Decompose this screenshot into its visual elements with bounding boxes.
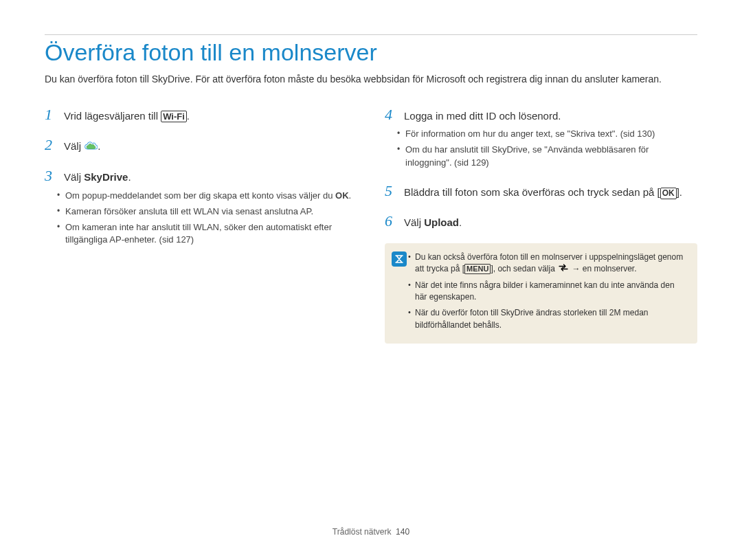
n1b: ], och sedan välja	[491, 264, 557, 273]
s3b1b: OK	[335, 190, 349, 201]
step-6-post: .	[459, 216, 462, 228]
step-5-text: Bläddra till foton som ska överföras och…	[404, 185, 682, 201]
note-icon	[392, 251, 407, 267]
step-1-text: Vrid lägesväljaren till Wi-Fi.	[64, 109, 190, 124]
step-number-1: 1	[45, 106, 57, 124]
step-3-bullet-2: Kameran försöker ansluta till ett WLAN v…	[65, 205, 357, 219]
step-number-3: 3	[45, 167, 57, 185]
note-list: Du kan också överföra foton till en moln…	[415, 251, 688, 331]
step-2-pre: Välj	[64, 140, 84, 152]
step-1-pre: Vrid lägesväljaren till	[64, 110, 161, 122]
step-1: 1 Vrid lägesväljaren till Wi-Fi.	[45, 106, 357, 124]
left-column: 1 Vrid lägesväljaren till Wi-Fi. 2 Välj	[45, 106, 357, 344]
transfer-icon	[559, 263, 568, 275]
right-column: 4 Logga in med ditt ID och lösenord. För…	[385, 106, 697, 344]
step-3-text: Välj SkyDrive.	[64, 170, 131, 186]
note-box: Du kan också överföra foton till en moln…	[385, 243, 697, 344]
step-number-4: 4	[385, 106, 397, 124]
step-6: 6 Välj Upload.	[385, 212, 697, 231]
intro-paragraph: Du kan överföra foton till SkyDrive. För…	[45, 73, 697, 87]
step-5: 5 Bläddra till foton som ska överföras o…	[385, 182, 697, 201]
step-5-post: ].	[677, 186, 682, 198]
s3b1c: .	[349, 190, 352, 201]
step-4-text: Logga in med ditt ID och lösenord.	[404, 109, 561, 124]
step-number-5: 5	[385, 182, 397, 200]
step-3-bullet-3: Om kameran inte har anslutit till WLAN, …	[65, 221, 357, 247]
step-3-pre: Välj	[64, 171, 84, 183]
step-2: 2 Välj .	[45, 136, 357, 155]
step-4: 4 Logga in med ditt ID och lösenord. För…	[385, 106, 697, 170]
page-title: Överföra foton till en molnserver	[45, 34, 697, 66]
step-4-bullet-1: För information om hur du anger text, se…	[405, 128, 697, 141]
menu-icon: MENU	[464, 264, 491, 274]
page-footer: Trådlöst nätverk 140	[0, 527, 742, 537]
step-4-bullet-2: Om du har anslutit till SkyDrive, se "An…	[405, 144, 697, 170]
footer-page: 140	[396, 527, 409, 537]
ok-icon: OK	[660, 188, 677, 199]
cloud-icon	[84, 139, 98, 155]
note-item-3: När du överför foton till SkyDrive ändra…	[415, 307, 688, 331]
step-3-bullet-1: Om popup-meddelandet som ber dig skapa e…	[65, 190, 357, 203]
step-6-bold: Upload	[424, 216, 459, 228]
step-3-bullets: Om popup-meddelandet som ber dig skapa e…	[45, 190, 357, 247]
step-number-2: 2	[45, 136, 57, 154]
note-item-2: När det inte finns några bilder i kamera…	[415, 280, 688, 304]
note-item-1: Du kan också överföra foton till en moln…	[415, 251, 688, 276]
step-2-post: .	[98, 140, 100, 152]
n1c: → en molnserver.	[570, 264, 636, 273]
s3b1a: Om popup-meddelandet som ber dig skapa e…	[65, 190, 335, 201]
step-6-pre: Välj	[404, 216, 424, 228]
step-6-text: Välj Upload.	[404, 215, 462, 231]
step-5-pre: Bläddra till foton som ska överföras och…	[404, 186, 660, 198]
step-2-text: Välj .	[64, 139, 100, 155]
footer-section: Trådlöst nätverk	[333, 527, 392, 537]
step-1-post: .	[187, 110, 190, 122]
step-number-6: 6	[385, 212, 397, 230]
step-4-bullets: För information om hur du anger text, se…	[385, 128, 697, 170]
step-3-post: .	[128, 171, 131, 183]
wifi-icon: Wi-Fi	[161, 111, 187, 123]
step-3-bold: SkyDrive	[84, 171, 128, 183]
step-3: 3 Välj SkyDrive. Om popup-meddelandet so…	[45, 167, 357, 247]
